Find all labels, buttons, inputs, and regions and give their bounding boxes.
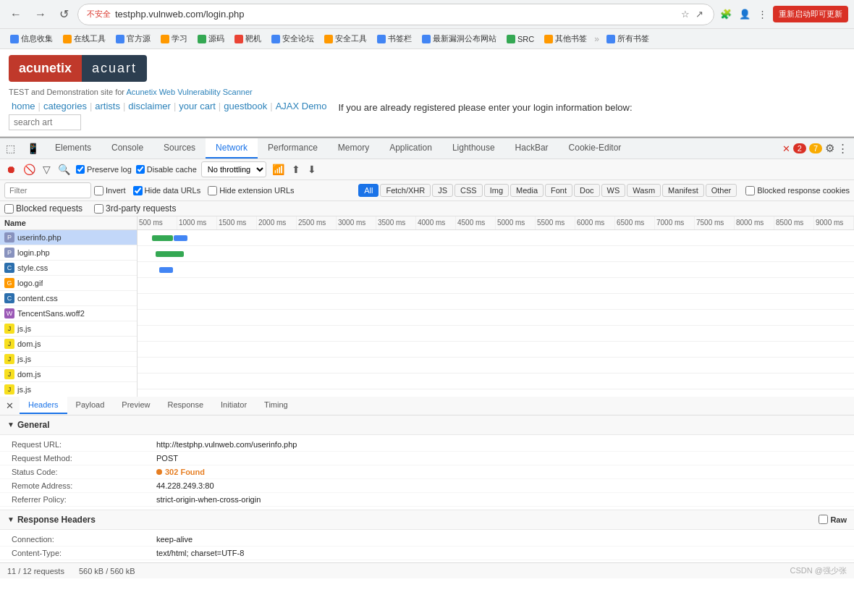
bookmark-item-13[interactable]: 所有书签	[602, 32, 654, 46]
filter-all-btn[interactable]: All	[358, 184, 379, 197]
address-text[interactable]: testphp.vulnweb.com/login.php	[115, 9, 675, 20]
close-errors-icon[interactable]: ✕	[782, 143, 790, 154]
detail-close-button[interactable]: ✕	[0, 397, 20, 415]
blocked-cookies-checkbox[interactable]: Blocked response cookies	[745, 186, 850, 195]
net-item-stylecss[interactable]: C style.css	[0, 261, 137, 276]
back-button[interactable]: ←	[6, 5, 26, 24]
tab-network[interactable]: Network	[206, 138, 258, 159]
detail-content: ▼ General Request URL: http://testphp.vu…	[0, 415, 854, 563]
bookmark-item-4[interactable]: 学习	[156, 32, 192, 46]
detail-tab-headers[interactable]: Headers	[20, 397, 67, 414]
filter-css-btn[interactable]: CSS	[455, 184, 483, 197]
detail-tab-response[interactable]: Response	[158, 397, 212, 414]
search-icon[interactable]: 🔍	[56, 162, 72, 177]
net-item-dom1[interactable]: J dom.js	[0, 337, 137, 352]
filter-icon[interactable]: ▽	[41, 162, 52, 177]
filter-ws-btn[interactable]: WS	[601, 184, 626, 197]
tab-performance[interactable]: Performance	[258, 138, 328, 159]
invert-checkbox[interactable]: Invert	[94, 186, 126, 195]
net-item-contentcss[interactable]: C content.css	[0, 291, 137, 306]
more-options-icon[interactable]: ⋮	[837, 142, 848, 155]
bookmark-item-5[interactable]: 源码	[193, 32, 229, 46]
disable-cache-checkbox[interactable]: Disable cache	[136, 165, 197, 174]
tab-memory[interactable]: Memory	[328, 138, 379, 159]
clear-icon[interactable]: 🚫	[22, 162, 37, 177]
devtools-inspect-icon[interactable]: ⬚	[0, 140, 21, 157]
nav-disclaimer[interactable]: disclaimer	[125, 101, 174, 111]
general-section-header[interactable]: ▼ General	[0, 415, 854, 435]
tab-application[interactable]: Application	[379, 138, 442, 159]
net-item-login[interactable]: P login.php	[0, 245, 137, 261]
nav-guestbook[interactable]: guestbook	[221, 101, 270, 111]
filter-img-btn[interactable]: Img	[484, 184, 509, 197]
share-icon[interactable]: ↗	[694, 7, 705, 21]
filter-manifest-btn[interactable]: Manifest	[662, 184, 704, 197]
filter-font-btn[interactable]: Font	[545, 184, 572, 197]
bookmark-item-1[interactable]: 信息收集	[6, 32, 57, 46]
net-item-js2[interactable]: J js.js	[0, 352, 137, 367]
search-input[interactable]	[9, 114, 81, 130]
net-item-dom2[interactable]: J dom.js	[0, 367, 137, 382]
filter-media-btn[interactable]: Media	[510, 184, 544, 197]
nav-categories[interactable]: categories	[41, 101, 90, 111]
detail-tab-initiator[interactable]: Initiator	[212, 397, 255, 414]
forward-button[interactable]: →	[30, 5, 51, 24]
upload-icon[interactable]: ⬆	[290, 162, 302, 177]
net-item-js1[interactable]: J js.js	[0, 321, 137, 337]
response-headers-section-header[interactable]: ▼ Response Headers Raw	[0, 510, 854, 530]
nav-artists[interactable]: artists	[92, 101, 123, 111]
bookmark-item-6[interactable]: 靶机	[230, 32, 266, 46]
detail-tab-preview[interactable]: Preview	[113, 397, 158, 414]
net-item-tencentsans[interactable]: W TencentSans.woff2	[0, 306, 137, 321]
wifi-icon[interactable]: 📶	[271, 162, 286, 177]
filter-doc-btn[interactable]: Doc	[574, 184, 600, 197]
detail-tab-payload[interactable]: Payload	[67, 397, 114, 414]
tab-hackbar[interactable]: HackBar	[505, 138, 559, 159]
filter-js-btn[interactable]: JS	[432, 184, 453, 197]
settings-icon[interactable]: ⚙	[825, 142, 834, 155]
bookmark-item-12[interactable]: 其他书签	[540, 32, 591, 46]
devtools-device-icon[interactable]: 📱	[21, 140, 45, 157]
throttle-select[interactable]: No throttling	[201, 161, 266, 177]
bookmark-item-8[interactable]: 安全工具	[320, 32, 371, 46]
blocked-requests-checkbox[interactable]: Blocked requests	[4, 203, 83, 214]
acunetix-link[interactable]: Acunetix Web Vulnerability Scanner	[126, 88, 252, 96]
refresh-button[interactable]: ↺	[55, 4, 73, 24]
net-item-name: userinfo.php	[17, 233, 62, 242]
bookmark-star-icon[interactable]: ☆	[680, 7, 691, 21]
tab-cookie-editor[interactable]: Cookie-Editor	[559, 138, 632, 159]
bookmark-item-11[interactable]: SRC	[502, 33, 538, 45]
filter-input[interactable]	[4, 182, 91, 198]
bookmark-item-2[interactable]: 在线工具	[59, 32, 110, 46]
net-item-js3[interactable]: J js.js	[0, 382, 137, 397]
net-item-logogif[interactable]: G logo.gif	[0, 276, 137, 291]
filter-wasm-btn[interactable]: Wasm	[627, 184, 661, 197]
hide-ext-urls-checkbox[interactable]: Hide extension URLs	[208, 186, 294, 195]
bookmark-item-3[interactable]: 官方源	[111, 32, 155, 46]
bookmark-item-9[interactable]: 书签栏	[373, 32, 416, 46]
profile-icon[interactable]: 👤	[737, 7, 752, 21]
preserve-log-checkbox[interactable]: Preserve log	[76, 165, 132, 174]
extensions-icon[interactable]: 🧩	[719, 7, 733, 21]
tab-lighthouse[interactable]: Lighthouse	[442, 138, 505, 159]
nav-home[interactable]: home	[9, 101, 38, 111]
tab-elements[interactable]: Elements	[45, 138, 101, 159]
third-party-checkbox[interactable]: 3rd-party requests	[94, 203, 176, 214]
tick-7000ms: 7000 ms	[655, 216, 695, 229]
raw-checkbox-response[interactable]: Raw	[819, 515, 847, 524]
filter-other-btn[interactable]: Other	[706, 184, 737, 197]
hide-data-urls-checkbox[interactable]: Hide data URLs	[133, 186, 201, 195]
restart-button[interactable]: 重新启动即可更新	[773, 6, 848, 22]
filter-fetch-xhr-btn[interactable]: Fetch/XHR	[380, 184, 431, 197]
record-icon[interactable]: ⏺	[4, 162, 17, 177]
download-icon[interactable]: ⬇	[306, 162, 318, 177]
nav-cart[interactable]: your cart	[176, 101, 219, 111]
nav-ajax[interactable]: AJAX Demo	[273, 101, 330, 111]
tab-console[interactable]: Console	[101, 138, 153, 159]
bookmark-item-10[interactable]: 最新漏洞公布网站	[418, 32, 501, 46]
net-item-userinfo[interactable]: P userinfo.php	[0, 230, 137, 245]
menu-icon[interactable]: ⋮	[756, 7, 769, 21]
tab-sources[interactable]: Sources	[153, 138, 206, 159]
bookmark-item-7[interactable]: 安全论坛	[267, 32, 318, 46]
detail-tab-timing[interactable]: Timing	[255, 397, 297, 414]
